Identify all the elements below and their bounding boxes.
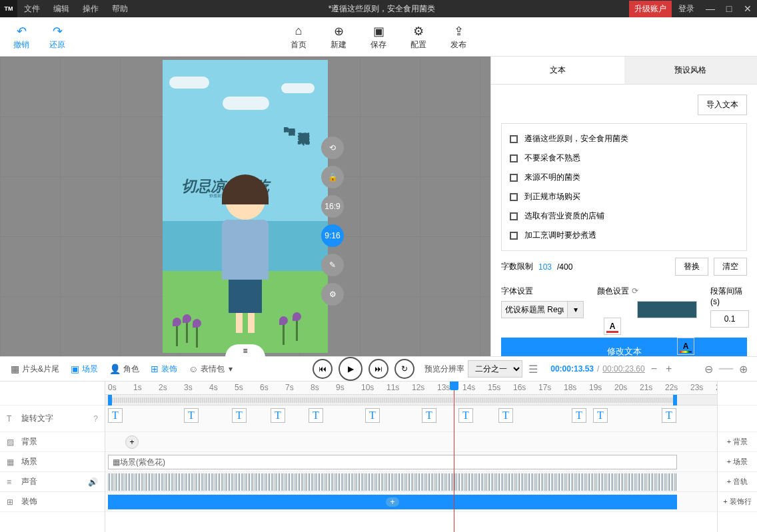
menu-edit[interactable]: 编辑 — [47, 3, 76, 15]
film-icon: ▦ — [11, 364, 19, 374]
minimize-button[interactable]: — — [701, 3, 720, 14]
text-clip[interactable]: T — [365, 408, 380, 423]
track-sound[interactable] — [105, 472, 717, 492]
add-scene-button[interactable]: + 场景 — [718, 452, 757, 472]
next-button[interactable]: ⏭ — [369, 359, 388, 379]
document-title: *遵循这些原则，安全食用菌类 — [135, 3, 629, 15]
link-tool[interactable]: ⟲ — [321, 136, 344, 159]
text-clip[interactable]: T — [232, 408, 247, 423]
canvas-frame[interactable]: 来源不明的 到正规市场购买 加工烹调时要炒煮透 选取有营业资质的店铺 切忌凉拌生… — [163, 60, 328, 353]
zoom-out-icon[interactable]: − — [651, 363, 657, 375]
track-bg[interactable]: + — [105, 432, 717, 452]
config-button[interactable]: ⚙配置 — [410, 23, 426, 51]
decor-clip[interactable]: + — [108, 495, 677, 509]
import-text-button[interactable]: 导入文本 — [698, 95, 747, 115]
new-icon: ⊕ — [334, 23, 344, 39]
clear-button[interactable]: 清空 — [714, 258, 747, 276]
edit-tool[interactable]: ✎ — [321, 254, 344, 276]
prev-button[interactable]: ⏮ — [313, 359, 333, 379]
text-clip[interactable]: T — [184, 408, 199, 423]
text-item[interactable]: 选取有营业资质的店铺 — [507, 206, 741, 226]
scrub-bar[interactable] — [105, 395, 717, 405]
undo-icon: ↶ — [17, 23, 27, 39]
audio-waveform[interactable] — [108, 473, 677, 491]
menu-action[interactable]: 操作 — [76, 3, 105, 15]
zoom-full-icon[interactable]: ⊕ — [739, 363, 748, 376]
save-button[interactable]: ▣保存 — [371, 23, 386, 51]
modify-text-button[interactable]: 修改文本 — [501, 338, 747, 356]
login-button[interactable]: 登录 — [672, 3, 701, 15]
text-clip[interactable]: T — [422, 408, 436, 423]
text-clip[interactable]: T — [309, 408, 323, 423]
decor-icon: ⊞ — [7, 497, 17, 507]
zoom-fit-icon[interactable]: ⊖ — [704, 363, 713, 376]
add-decor-button[interactable]: + 装饰行 — [718, 492, 757, 512]
font-select[interactable] — [501, 301, 568, 318]
tab-decor[interactable]: ⊞装饰 — [147, 361, 181, 378]
menu-help[interactable]: 帮助 — [105, 3, 135, 15]
save-icon: ▣ — [373, 23, 384, 39]
loop-button[interactable]: ↻ — [394, 359, 414, 379]
pull-tab[interactable]: ≡ — [225, 344, 265, 358]
scene-icon: ▦ — [7, 457, 17, 467]
maximize-button[interactable]: □ — [720, 3, 738, 14]
tab-preset[interactable]: 预设风格 — [624, 57, 758, 84]
text-item[interactable]: 不要采食不熟悉 — [507, 148, 741, 168]
text-item[interactable]: 加工烹调时要炒煮透 — [507, 226, 741, 245]
text-item[interactable]: 来源不明的菌类 — [507, 168, 741, 187]
tab-scene[interactable]: ▣场景 — [67, 361, 102, 378]
lock-tool[interactable]: 🔒 — [321, 166, 344, 188]
track-rotate-text[interactable]: TTTTTTTTTTTTT — [105, 405, 717, 432]
playhead[interactable] — [454, 382, 454, 532]
add-clip-button[interactable]: + — [125, 435, 139, 449]
volume-icon[interactable]: 🔊 — [88, 477, 98, 487]
time-total[interactable]: 00:00:23.60 — [602, 364, 644, 374]
new-button[interactable]: ⊕新建 — [331, 23, 347, 51]
publish-button[interactable]: ⇪发布 — [450, 23, 466, 51]
track-decor[interactable]: + — [105, 492, 717, 512]
text-color-button[interactable]: A — [604, 318, 621, 335]
close-button[interactable]: ✕ — [738, 3, 757, 14]
tab-text[interactable]: 文本 — [491, 57, 624, 84]
ratio-9-16[interactable]: 9:16 — [321, 224, 344, 247]
resolution-select[interactable]: 二分之一 — [468, 360, 522, 378]
ratio-16-9[interactable]: 16:9 — [321, 195, 344, 218]
settings-tool[interactable]: ⚙ — [321, 283, 344, 306]
scene-clip[interactable]: ▦ 场景(紫色花) — [108, 455, 677, 469]
refresh-icon[interactable]: ⟳ — [632, 286, 638, 296]
text-clip[interactable]: T — [271, 408, 285, 423]
gradient-color-button[interactable]: A — [677, 338, 694, 355]
interval-input[interactable] — [710, 310, 749, 328]
help-icon[interactable]: ? — [93, 414, 98, 423]
tab-head-tail[interactable]: ▦片头&片尾 — [7, 361, 63, 378]
tab-emoji[interactable]: ☺表情包▾ — [185, 361, 237, 378]
time-ruler[interactable]: 0s1s2s3s4s5s6s7s8s9s10s11s12s13s14s15s16… — [105, 382, 717, 395]
zoom-in-icon[interactable]: + — [666, 363, 672, 375]
home-button[interactable]: ⌂首页 — [291, 23, 307, 51]
text-clip[interactable]: T — [458, 408, 473, 423]
text-clip[interactable]: T — [662, 408, 676, 423]
color-swatch[interactable] — [637, 301, 697, 318]
add-decor-icon[interactable]: + — [386, 497, 399, 507]
text-clip[interactable]: T — [108, 408, 123, 423]
redo-button[interactable]: ↷还原 — [49, 23, 65, 51]
text-clip[interactable]: T — [593, 408, 608, 423]
play-button[interactable]: ▶ — [339, 357, 363, 381]
home-icon: ⌂ — [295, 23, 303, 39]
layers-icon[interactable]: ☰ — [528, 363, 538, 376]
text-clip[interactable]: T — [498, 408, 513, 423]
add-audio-button[interactable]: + 音轨 — [718, 472, 757, 492]
undo-button[interactable]: ↶撤销 — [13, 23, 29, 51]
track-scene[interactable]: ▦ 场景(紫色花) — [105, 452, 717, 472]
menu-file[interactable]: 文件 — [17, 3, 47, 15]
canvas-area[interactable]: 来源不明的 到正规市场购买 加工烹调时要炒煮透 选取有营业资质的店铺 切忌凉拌生… — [0, 57, 490, 356]
replace-button[interactable]: 替换 — [675, 258, 708, 276]
text-clip[interactable]: T — [572, 408, 586, 423]
upgrade-button[interactable]: 升级账户 — [629, 1, 672, 17]
add-bg-button[interactable]: + 背景 — [718, 432, 757, 452]
font-dropdown[interactable]: ▾ — [568, 301, 584, 318]
tab-role[interactable]: 👤角色 — [105, 361, 143, 378]
text-item[interactable]: 到正规市场购买 — [507, 187, 741, 206]
text-item[interactable]: 遵循这些原则，安全食用菌类 — [507, 129, 741, 148]
app-logo: TM — [0, 0, 17, 17]
